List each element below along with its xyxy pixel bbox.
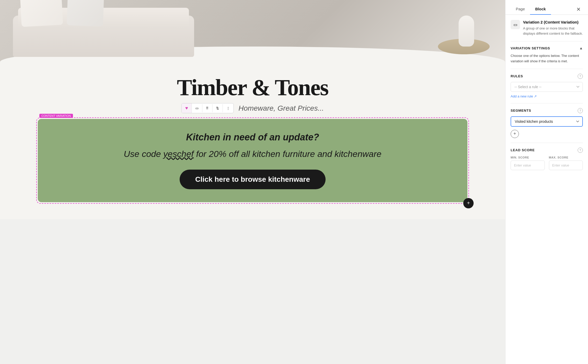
promo-code: yeschef [163, 149, 194, 159]
vase-decoration [459, 16, 474, 47]
kitchen-subtext: Use code yeschef for 20% off all kitchen… [53, 148, 452, 160]
segments-section: SEGMENTS ? Visited kitchen products + [511, 108, 583, 138]
close-panel-button[interactable]: ✕ [574, 5, 583, 13]
rules-help-icon[interactable]: ? [578, 74, 583, 79]
pillow-right [67, 0, 104, 26]
variation-settings-title: Variation Settings [511, 46, 550, 50]
canvas-area: Timber & Tones ♥ ▭ ⠿ ⇅ ⋮ Home [0, 0, 505, 364]
right-panel: Page Block ✕ ▭ Variation 2 (Content Vari… [505, 0, 588, 364]
block-toolbar-wrapper: ♥ ▭ ⠿ ⇅ ⋮ Homeware, Great Prices... [0, 103, 505, 113]
variation-settings-header: Variation Settings ▲ [511, 46, 583, 50]
segments-title: SEGMENTS [511, 109, 531, 112]
toolbar-grid-btn[interactable]: ⠿ [202, 104, 212, 112]
min-score-label: MIN. SCORE [511, 156, 545, 159]
segments-header: SEGMENTS ? [511, 108, 583, 113]
variation-settings-section: Variation Settings ▲ Choose one of the o… [511, 46, 583, 64]
variation-settings-desc: Choose one of the options below. The con… [511, 53, 583, 64]
divider-1 [511, 41, 583, 41]
more-icon: ⋮ [226, 106, 230, 110]
min-score-input[interactable] [511, 161, 545, 170]
block-description: A group of one or more blocks that displ… [523, 26, 583, 36]
pillow-left [20, 0, 63, 27]
panel-body: ▭ Variation 2 (Content Variation) A grou… [505, 15, 588, 364]
block-toolbar: ♥ ▭ ⠿ ⇅ ⋮ [181, 103, 234, 113]
question-mark-3: ? [579, 149, 581, 152]
segments-help-icon[interactable]: ? [578, 108, 583, 113]
divider-2 [511, 69, 583, 69]
tab-block[interactable]: Block [530, 4, 551, 15]
min-score-col: MIN. SCORE [511, 156, 545, 170]
add-segment-button[interactable]: + [511, 130, 519, 138]
block-type-icon: ▭ [511, 20, 520, 29]
lead-score-title: LEAD SCORE [511, 148, 535, 152]
hero-image [0, 0, 505, 67]
heart-icon: ♥ [185, 105, 188, 111]
rules-header: RULES ? [511, 74, 583, 79]
toolbar-arrows-btn[interactable]: ⇅ [212, 104, 223, 112]
divider-4 [511, 143, 583, 143]
block-info: ▭ Variation 2 (Content Variation) A grou… [511, 20, 583, 36]
kitchen-headline: Kitchen in need of an update? [53, 132, 452, 143]
divider-3 [511, 103, 583, 103]
page-title: Timber & Tones [0, 74, 505, 101]
rule-select[interactable]: -- Select a rule -- [511, 82, 583, 92]
arrows-icon: ⇅ [216, 106, 219, 110]
kitchen-text-before: Use code [124, 149, 163, 159]
segment-select[interactable]: Visited kitchen products [511, 116, 583, 127]
block-icon: ▭ [195, 106, 199, 110]
max-score-col: MAX. SCORE [549, 156, 583, 170]
lead-score-section: LEAD SCORE ? MIN. SCORE MAX. SCORE [511, 148, 583, 170]
lead-score-help-icon[interactable]: ? [578, 148, 583, 153]
toolbar-more-btn[interactable]: ⋮ [223, 104, 233, 112]
add-block-button[interactable]: + [463, 198, 474, 208]
max-score-label: MAX. SCORE [549, 156, 583, 159]
kitchen-text-after: for 20% off all kitchen furniture and ki… [194, 149, 381, 159]
question-mark-2: ? [579, 109, 581, 112]
browse-kitchenware-button[interactable]: Click here to browse kitchenware [180, 170, 326, 189]
variation-label: CONTENT VARIATION [39, 114, 73, 118]
question-mark: ? [579, 75, 581, 78]
tagline: Homeware, Great Prices... [238, 104, 324, 112]
grid-icon: ⠿ [206, 106, 209, 110]
tab-page[interactable]: Page [511, 4, 530, 15]
block-title: Variation 2 (Content Variation) [523, 20, 583, 24]
toolbar-block-btn[interactable]: ▭ [192, 104, 202, 112]
collapse-variation-settings[interactable]: ▲ [579, 46, 583, 50]
variation-content: Kitchen in need of an update? Use code y… [38, 119, 467, 202]
rules-title: RULES [511, 74, 523, 78]
score-row: MIN. SCORE MAX. SCORE [511, 156, 583, 170]
variation-block: CONTENT VARIATION Kitchen in need of an … [36, 117, 469, 204]
layout-icon: ▭ [513, 22, 517, 27]
main-content: Timber & Tones ♥ ▭ ⠿ ⇅ ⋮ Home [0, 67, 505, 219]
lead-score-header: LEAD SCORE ? [511, 148, 583, 153]
add-rule-link[interactable]: Add a new rule ↗ [511, 94, 537, 98]
max-score-input[interactable] [549, 161, 583, 170]
toolbar-logo-btn[interactable]: ♥ [182, 103, 192, 113]
panel-header: Page Block ✕ [505, 0, 588, 15]
rules-section: RULES ? -- Select a rule -- Add a new ru… [511, 74, 583, 98]
block-info-text: Variation 2 (Content Variation) A group … [523, 20, 583, 36]
